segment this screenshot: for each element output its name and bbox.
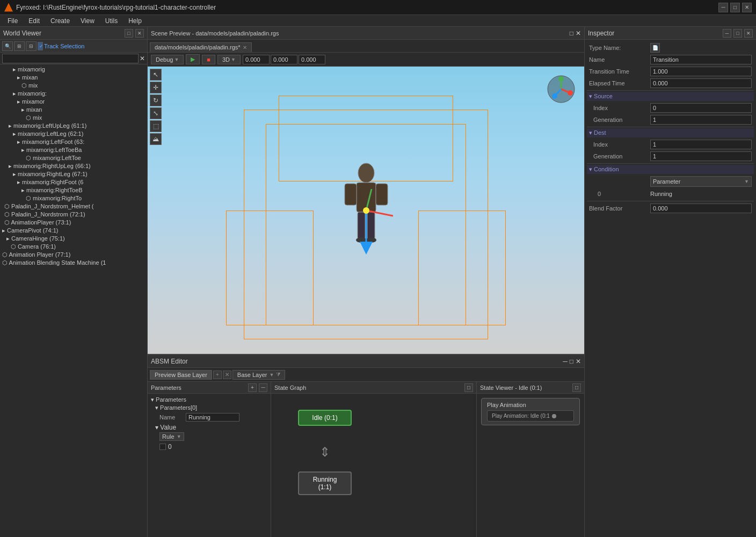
rule-dropdown[interactable]: Rule ▼	[159, 432, 184, 441]
scene-close-btn[interactable]: ✕	[576, 30, 581, 37]
scale-tool[interactable]: ⤡	[150, 107, 162, 119]
sv-canvas[interactable]: Play Animation Play Animation: Idle (0:1	[477, 394, 584, 537]
minimize-button[interactable]: ─	[718, 3, 728, 12]
tree-item[interactable]: ⬡ Paladin_J_Nordstrom_Helmet (	[0, 202, 147, 211]
dest-section[interactable]: ▾ Dest	[587, 128, 754, 137]
world-viewer-detach-btn[interactable]: □	[125, 29, 133, 38]
params-tree: ▾ Parameters ▾ Parameters[0] Name ▾ Valu…	[148, 394, 271, 537]
terrain-tool[interactable]: ⛰	[150, 133, 162, 145]
tree-item[interactable]: ▸ mixamorig:RightUpLeg (66:1)	[0, 162, 147, 170]
menu-utils[interactable]: Utils	[100, 16, 123, 26]
tree-item[interactable]: ▸ mixamorig:LeftFoot (63:	[0, 138, 147, 146]
rotate-tool[interactable]: ↻	[150, 95, 162, 106]
menu-create[interactable]: Create	[45, 16, 75, 26]
select-tool[interactable]: ↖	[150, 69, 162, 81]
tree-item[interactable]: ⬡ mixamorig:LeftToe	[0, 154, 147, 162]
tree-item[interactable]: ⬡ mix	[0, 114, 147, 122]
state-viewer-pin-btn[interactable]: □	[572, 383, 581, 392]
state-graph-pin-btn[interactable]: □	[464, 383, 473, 392]
coord-y-input[interactable]	[271, 55, 297, 64]
scene-viewport[interactable]: ↖ ✛ ↻ ⤡ ⬚ ⛰	[148, 67, 584, 354]
inspector-max-btn[interactable]: □	[733, 29, 742, 38]
absm-max-btn[interactable]: □	[570, 358, 573, 365]
inspector-detach-btn[interactable]: ─	[723, 29, 731, 38]
absm-tab-base-layer[interactable]: Base Layer ▼ ⧩	[232, 370, 286, 380]
scene-tab-active[interactable]: data/models/paladin/paladin.rgs* ✕	[150, 42, 252, 52]
inspector-doc-btn[interactable]: 📄	[650, 43, 660, 53]
params-add-btn[interactable]: +	[248, 383, 257, 392]
tree-item[interactable]: ▸ mixamorig:RightFoot (6	[0, 178, 147, 186]
close-button[interactable]: ✕	[742, 3, 752, 12]
menu-view[interactable]: View	[75, 16, 100, 26]
source-index-input[interactable]	[650, 103, 752, 113]
absm-tab-bar: Preview Base Layer + ✕ Base Layer ▼ ⧩	[148, 368, 584, 382]
maximize-button[interactable]: □	[730, 3, 740, 12]
params-name-input[interactable]	[186, 413, 239, 422]
condition-section[interactable]: ▾ Condition	[587, 165, 754, 174]
world-viewer-close-btn[interactable]: ✕	[135, 29, 144, 38]
checkbox-row: 0	[150, 441, 268, 451]
coord-x-input[interactable]	[243, 55, 270, 64]
absm-min-btn[interactable]: ─	[563, 358, 568, 365]
world-viewer-search[interactable]	[2, 54, 139, 63]
wv-expand-btn[interactable]: ⊞	[14, 41, 25, 51]
wv-track-checkbox[interactable]: ✓	[38, 42, 43, 50]
menu-help[interactable]: Help	[123, 16, 147, 26]
tree-item[interactable]: ▸ mixamorig	[0, 66, 147, 74]
tree-item[interactable]: ▸ mixamorig:RightToeB	[0, 186, 147, 194]
tree-item[interactable]: ▸ mixamorig:RightLeg (67:1)	[0, 170, 147, 178]
dest-gen-input[interactable]	[650, 151, 752, 161]
params-remove-btn[interactable]: ─	[259, 383, 267, 392]
tree-item[interactable]: ▸ CameraHinge (75:1)	[0, 235, 147, 243]
tree-item[interactable]: ⬡ mix	[0, 82, 147, 90]
absm-tab-add-btn[interactable]: +	[213, 371, 222, 379]
menu-file[interactable]: File	[2, 16, 23, 26]
name-field-label: Name	[589, 56, 648, 63]
tree-item[interactable]: ⬡ Paladin_J_Nordstrom (72:1)	[0, 211, 147, 219]
play-button[interactable]: ▶	[186, 54, 200, 64]
tree-item[interactable]: ▸ mixan	[0, 106, 147, 114]
scene-tab-close[interactable]: ✕	[243, 45, 247, 50]
tree-item[interactable]: ▸ mixamor	[0, 98, 147, 106]
mode-3d-dropdown[interactable]: 3D ▼	[217, 55, 241, 64]
select-box-tool[interactable]: ⬚	[150, 120, 162, 132]
transition-time-input[interactable]	[650, 67, 752, 76]
idle-state-node[interactable]: Idle (0:1)	[298, 410, 352, 426]
absm-close-btn[interactable]: ✕	[576, 358, 581, 365]
running-state-node[interactable]: Running (1:1)	[298, 471, 352, 495]
graph-canvas[interactable]: Idle (0:1) ⇕ Running (1:1)	[271, 394, 476, 537]
tree-item[interactable]: ▸ mixan	[0, 74, 147, 82]
params-checkbox[interactable]	[159, 444, 166, 450]
dest-index-input[interactable]	[650, 140, 752, 149]
elapsed-time-input[interactable]	[650, 78, 752, 88]
menu-edit[interactable]: Edit	[23, 16, 45, 26]
play-animation-node[interactable]: Play Animation Play Animation: Idle (0:1	[481, 398, 580, 425]
source-gen-input[interactable]	[650, 115, 752, 125]
scene-detach-btn[interactable]: □	[570, 30, 573, 37]
tree-item[interactable]: ⬡ AnimationPlayer (73:1)	[0, 219, 147, 227]
tree-item[interactable]: ⬡ Camera (76:1)	[0, 243, 147, 251]
tree-item[interactable]: ⬡ mixamorig:RightTo	[0, 194, 147, 202]
absm-tab-preview[interactable]: Preview Base Layer	[150, 370, 212, 380]
condition-param-dropdown[interactable]: Parameter ▼	[650, 176, 752, 187]
search-clear-btn[interactable]: ✕	[140, 55, 145, 62]
move-tool[interactable]: ✛	[150, 82, 162, 93]
coord-z-input[interactable]	[299, 55, 325, 64]
tree-item[interactable]: ▸ mixamorig:LeftToeBa	[0, 146, 147, 154]
tree-item[interactable]: ▸ mixamorig:	[0, 90, 147, 98]
wv-search-btn[interactable]: 🔍	[2, 41, 13, 51]
tree-item[interactable]: ⬡ Animation Blending State Machine (1	[0, 259, 147, 267]
name-field-input[interactable]	[650, 55, 752, 64]
inspector-close-btn[interactable]: ✕	[744, 29, 753, 38]
stop-button[interactable]: ■	[202, 55, 215, 64]
tree-item[interactable]: ▸ mixamorig:LeftUpLeg (61:1)	[0, 122, 147, 130]
source-section[interactable]: ▾ Source	[587, 92, 754, 101]
tree-item[interactable]: ▸ mixamorig:LeftLeg (62:1)	[0, 130, 147, 138]
debug-dropdown[interactable]: Debug ▼	[151, 55, 184, 64]
absm-tab-remove-btn[interactable]: ✕	[223, 371, 231, 379]
wv-collapse-btn[interactable]: ⊟	[26, 41, 37, 51]
tree-item[interactable]: ⬡ Animation Player (77:1)	[0, 251, 147, 259]
tree-item[interactable]: ▸ CameraPivot (74:1)	[0, 227, 147, 235]
transition-time-row: Transition Time	[587, 66, 754, 77]
blend-factor-input[interactable]	[650, 204, 752, 213]
